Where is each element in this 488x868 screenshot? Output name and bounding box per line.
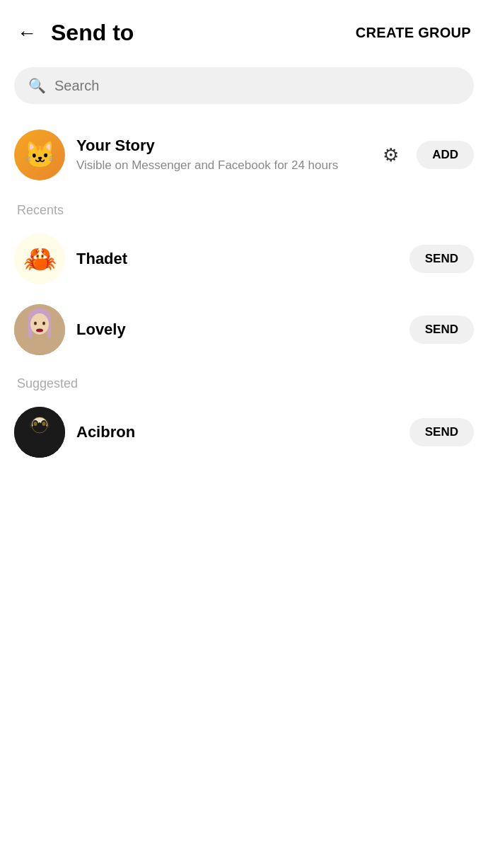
send-button-acibron[interactable]: SEND bbox=[409, 418, 474, 446]
add-story-button[interactable]: ADD bbox=[417, 141, 474, 169]
search-icon: 🔍 bbox=[28, 77, 46, 94]
send-button-thadet[interactable]: SEND bbox=[409, 245, 474, 273]
svg-point-11 bbox=[36, 329, 43, 332]
svg-point-10 bbox=[42, 322, 45, 325]
header-left: ← Send to bbox=[17, 20, 134, 46]
svg-point-9 bbox=[34, 322, 37, 325]
gear-icon[interactable]: ⚙ bbox=[374, 139, 407, 171]
avatar bbox=[14, 304, 65, 355]
list-item: Acibron SEND bbox=[0, 397, 488, 468]
avatar bbox=[14, 407, 65, 458]
search-container: 🔍 bbox=[0, 60, 488, 118]
svg-point-24 bbox=[42, 422, 46, 426]
search-bar[interactable]: 🔍 bbox=[14, 67, 474, 104]
your-story-avatar: 🐱 bbox=[14, 129, 65, 180]
contact-name: Acibron bbox=[76, 423, 398, 441]
list-item: Lovely SEND bbox=[0, 294, 488, 365]
contact-name: Lovely bbox=[76, 320, 398, 339]
story-info: Your Story Visible on Messenger and Face… bbox=[76, 137, 363, 173]
search-input[interactable] bbox=[54, 78, 460, 94]
page-title: Send to bbox=[51, 20, 134, 46]
story-title: Your Story bbox=[76, 137, 363, 155]
suggested-label: Suggested bbox=[0, 365, 488, 397]
avatar: 🦀 bbox=[14, 233, 65, 284]
svg-point-23 bbox=[34, 422, 37, 426]
list-item: 🦀 Thadet SEND bbox=[0, 224, 488, 294]
back-button[interactable]: ← bbox=[17, 22, 37, 45]
create-group-button[interactable]: CREATE GROUP bbox=[356, 25, 471, 41]
story-actions: ⚙ ADD bbox=[374, 139, 474, 171]
recents-label: Recents bbox=[0, 192, 488, 224]
contact-name: Thadet bbox=[76, 250, 398, 268]
header: ← Send to CREATE GROUP bbox=[0, 0, 488, 60]
send-button-lovely[interactable]: SEND bbox=[409, 316, 474, 344]
story-subtitle: Visible on Messenger and Facebook for 24… bbox=[76, 158, 363, 173]
your-story-section: 🐱 Your Story Visible on Messenger and Fa… bbox=[0, 118, 488, 192]
